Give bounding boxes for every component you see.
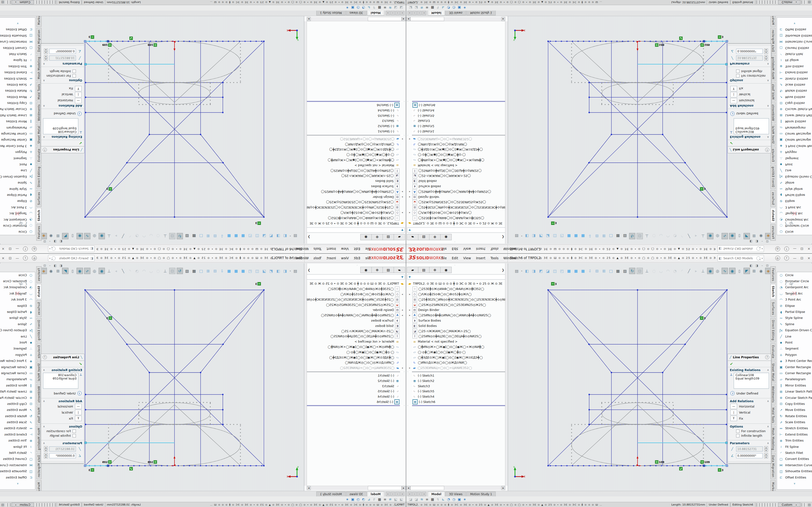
tree-row[interactable]: ▦ (-) Sketch6 <box>304 399 406 405</box>
tree-row[interactable]: ▸ ◷ ◯ΛЖ◎╋25⊙Ф◯⊙◯Ф⊙52╋◎ЖΛ◯ <box>304 210 406 216</box>
menu-item[interactable]: File <box>365 247 371 251</box>
add-relation-button[interactable]: — Horizontal <box>730 404 769 409</box>
tab-nav-icon[interactable]: › <box>417 492 421 496</box>
featuremanager-tab[interactable]: ▤ <box>418 234 429 240</box>
commandmanager-tab[interactable]: Evaluate <box>770 343 776 360</box>
tree-row[interactable]: Σ ◯25ИN◎⊙╋АЦЗЕ◯⊙◯ЗЕЦА╋⊙◎NИ25◯ <box>406 168 508 173</box>
tree-row[interactable]: ▥ ◯25╋ЗЕ25◯ИN◎⊙╋ЭСЗЕNЗЕ25◯⊙◯25ЗЕNЗЕЭС╋⊙◎… <box>406 205 508 210</box>
user-account-icon[interactable]: ◎ <box>775 246 780 251</box>
sketch-tool-item[interactable]: ∴ Segment <box>0 155 35 161</box>
sketch-tool-item[interactable]: ▪ Point <box>777 161 812 167</box>
sketch-tool-item[interactable]: ▱ Parallelogram <box>0 125 35 131</box>
tree-row[interactable]: ◧ Solid Bodies <box>304 179 406 184</box>
sketch-tool-item[interactable]: ƒx Equation Driven Curve <box>777 327 812 333</box>
checkbox[interactable] <box>72 434 76 438</box>
tree-item-label[interactable]: ◯25ЗЕ╋⊙Ж◎ИАФ◯⊙◯ФАИ◎Ж⊙╋ЕЗ52◯ <box>328 287 394 291</box>
panel-expand-icon[interactable]: ❯ <box>308 268 310 272</box>
add-relation-button[interactable]: ❘ Vertical <box>43 410 82 415</box>
sketch-tool-item[interactable]: ◠ 3 Point Arc <box>777 297 812 303</box>
sketch-blue-geometry[interactable] <box>548 290 727 466</box>
sketch-tool-item[interactable]: ↔ Stretch Entities <box>0 75 35 81</box>
sketch-tool-item[interactable]: ⊡ Copy Entities <box>0 100 35 106</box>
sketch-tool-item[interactable]: ∾ Style Spline <box>0 315 35 321</box>
motionmanager-icon[interactable]: ◔ <box>447 497 450 501</box>
tab-nav-icon[interactable]: ‹ <box>412 492 417 496</box>
more-tools-icon[interactable]: » <box>793 22 796 25</box>
graphics-area[interactable]: ▤▾◧◨◩◪◫◰■■■⇩⊟⊞□▦▨↻⊡⊥◌◡◠◔◜╱▸⊥◉◎∿◉▯◤⊞◉◈●●◇… <box>508 16 770 243</box>
sketch-tool-item[interactable]: ⋈ Intersection Curve <box>777 462 812 468</box>
close-button[interactable]: × <box>807 256 810 260</box>
collapse-icon[interactable]: ∧ <box>767 425 769 428</box>
tree-item-label[interactable]: Solid Bodies <box>375 179 394 183</box>
sketch-tool-item[interactable]: ⊘ Ellipse <box>777 198 812 204</box>
commandmanager-tab[interactable]: Surfaces <box>36 300 42 317</box>
tree-row[interactable]: ∟ (-) Sketch5 <box>406 113 508 118</box>
search-input[interactable] <box>57 256 89 260</box>
tree-row[interactable]: Σ ◯25ИN◎⊙╋АЦЗЕ◯⊙◯ЗЕЦА╋⊙◎NИ25◯ <box>304 334 406 339</box>
sketch-tool-item[interactable]: ⊡ Copy Entities <box>777 401 812 407</box>
sketch-blue-geometry[interactable] <box>85 41 264 217</box>
commandmanager-tab[interactable]: Direct Editing <box>770 318 776 342</box>
search-input[interactable] <box>723 256 755 260</box>
tree-item-label[interactable]: Sketch3 <box>382 119 394 123</box>
scroll-right-icon[interactable]: ▶ <box>501 486 505 490</box>
status-sheet-icon[interactable]: ▤ <box>1 503 4 507</box>
motionmanager-icon[interactable]: ◔ <box>447 6 450 10</box>
motionmanager-icon[interactable]: ⊾ <box>442 497 445 501</box>
tree-row[interactable]: ▱ ◯·◎╋◯Ж◉[◯⊙◯]◉Ж◯╋◎·◯ <box>304 349 406 355</box>
sketch-tool-item[interactable]: ◫ Silhouette Entities <box>777 33 812 39</box>
graphics-area[interactable]: ▤▾◧◨◩◪◫◰■■■⇩⊟⊞□▦▨↻⊡⊥◌◡◠◔◜╱▸⊥◉◎∿◉▯◤⊞◉◈●●◇… <box>508 264 770 491</box>
tree-item-label[interactable]: (-) Sketch4 <box>378 109 394 112</box>
sketch-tool-item[interactable]: ◌ Perimeter Circle <box>0 223 35 229</box>
document-tab[interactable]: 3D Views <box>346 492 367 497</box>
motionmanager-icon[interactable]: ▣ <box>458 497 461 501</box>
sketch-blue-geometry[interactable] <box>548 41 727 217</box>
commandmanager-tab[interactable]: Mesh Modeling <box>770 55 776 81</box>
commandmanager-tab[interactable]: Sketch <box>36 208 42 223</box>
more-tools-icon[interactable]: » <box>793 482 796 485</box>
search-icon[interactable] <box>52 247 56 251</box>
document-tab[interactable]: 3D Views <box>346 10 367 15</box>
expand-arrow-icon[interactable]: ▸ <box>401 138 403 140</box>
tree-item-label[interactable]: ◯25ИN◎⊙╋АЦЗЕ◯⊙◯ЗЕЦА╋⊙◎NИ25◯ <box>331 334 394 338</box>
motionmanager-icon[interactable]: ◪ <box>409 497 412 501</box>
relation-item[interactable]: Equal length109 <box>45 377 77 380</box>
tree-row[interactable]: ◪ ◯25·∩ЖЖАМ◯⊙◯МАЖЖ∩·25◯ <box>406 173 508 179</box>
tree-row[interactable]: ∟ ◯ИN⊙Д⊙Ж◎◯⊙◯◎ЖД⊙NИ◯ <box>406 360 508 365</box>
motionmanager-icon[interactable]: ◷ <box>357 6 360 10</box>
close-button[interactable]: × <box>2 256 5 260</box>
search-box[interactable]: ◧ ▾ <box>48 245 95 252</box>
pin-icon[interactable]: ▸ <box>307 256 309 260</box>
more-tools-icon[interactable]: » <box>16 482 19 485</box>
tree-row[interactable]: ◗ Surface Bodies <box>304 184 406 189</box>
tree-row[interactable]: ▱ ◯·◎╋◯Ж◉[◯⊙◯]◉Ж◯╋◎·◯ <box>406 349 508 355</box>
scroll-left-icon[interactable]: ◀ <box>406 17 410 21</box>
sketch-tool-item[interactable]: ⊢ Extend Entities <box>777 69 812 75</box>
sketch-tool-item[interactable]: ▢ Convert Entities <box>0 456 35 462</box>
sketch-tool-item[interactable]: ╱ Line <box>0 333 35 339</box>
sketch-tool-item[interactable]: ∿ Spline <box>777 180 812 186</box>
tree-row[interactable]: ∟ (-) Sketch5 <box>304 389 406 394</box>
motionmanager-icon[interactable]: ◔ <box>362 497 365 501</box>
commandmanager-tab[interactable]: Sketch <box>770 284 776 299</box>
tab-nav-icon[interactable]: » <box>386 492 390 496</box>
tab-nav-icon[interactable]: » <box>422 11 426 15</box>
commandmanager-tab[interactable]: Sketch <box>36 284 42 299</box>
sketch-tool-item[interactable]: ◫ Silhouette Entities <box>777 468 812 474</box>
expand-arrow-icon[interactable]: ▸ <box>401 293 403 295</box>
tree-row[interactable]: ◪ ◯25·∩ЖЖАМ◯⊙◯МАЖЖ∩·25◯ <box>304 173 406 179</box>
status-sheet-icon[interactable]: ▤ <box>1 0 4 4</box>
length-input[interactable]: 10.88152731 <box>736 56 763 61</box>
tab-nav-icon[interactable]: « <box>400 11 405 15</box>
collapse-icon[interactable]: ∧ <box>767 442 769 445</box>
length-input[interactable]: 10.88152731 <box>49 446 76 451</box>
featuremanager-tab[interactable]: ▤ <box>383 234 394 240</box>
collapse-icon[interactable]: ∧ <box>43 369 45 372</box>
expand-arrow-icon[interactable]: ▸ <box>401 190 403 193</box>
collapse-icon[interactable]: ∧ <box>43 79 45 82</box>
tree-row[interactable]: ▸ A ◯25ИN◎⊙╋А╋◎ИNА◯⊙◯АNИ◎╋А╋⊙◎NИ25◯ <box>304 313 406 318</box>
tree-item-label[interactable]: ◯25ИN◎⊙╋А╋◎ИNА◯⊙◯АNИ◎╋А╋⊙◎NИ25◯ <box>418 314 491 317</box>
commandmanager-tab[interactable]: Features <box>36 224 42 241</box>
sketch-tool-item[interactable]: ▣ Center Rectangle <box>0 364 35 370</box>
sketch-tool-item[interactable]: ∴ Segment <box>777 346 812 352</box>
